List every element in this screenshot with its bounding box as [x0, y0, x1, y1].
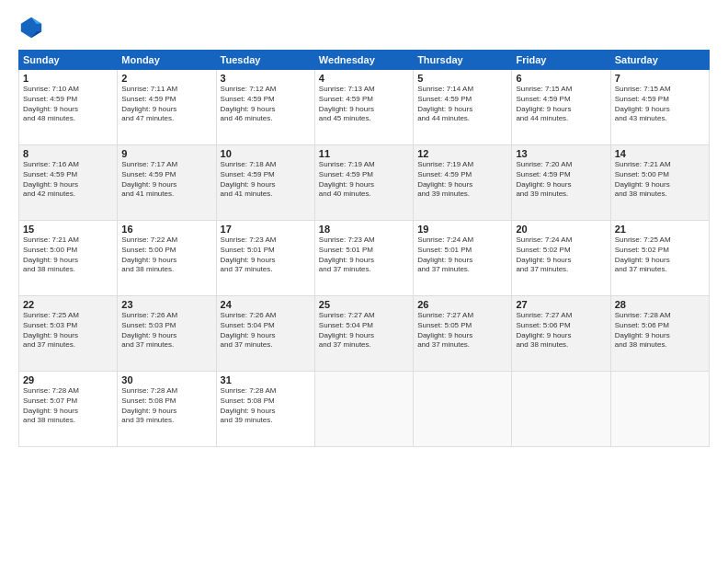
- day-info: Sunrise: 7:11 AM Sunset: 4:59 PM Dayligh…: [121, 85, 211, 124]
- day-number: 21: [615, 224, 705, 235]
- day-info: Sunrise: 7:18 AM Sunset: 4:59 PM Dayligh…: [221, 160, 311, 200]
- week-row-3: 15Sunrise: 7:21 AM Sunset: 5:00 PM Dayli…: [19, 221, 710, 296]
- day-number: 18: [319, 224, 409, 235]
- day-cell-21: 21Sunrise: 7:25 AM Sunset: 5:02 PM Dayli…: [610, 221, 709, 296]
- day-number: 7: [615, 73, 705, 84]
- day-cell-8: 8Sunrise: 7:16 AM Sunset: 4:59 PM Daylig…: [19, 145, 118, 221]
- day-cell-9: 9Sunrise: 7:17 AM Sunset: 4:59 PM Daylig…: [118, 145, 216, 221]
- day-number: 19: [417, 224, 507, 235]
- weekday-monday: Monday: [118, 51, 216, 70]
- weekday-sunday: Sunday: [19, 51, 118, 70]
- day-number: 29: [23, 374, 113, 385]
- day-cell-23: 23Sunrise: 7:26 AM Sunset: 5:03 PM Dayli…: [118, 296, 216, 372]
- day-number: 3: [221, 73, 311, 84]
- weekday-friday: Friday: [512, 51, 610, 70]
- day-info: Sunrise: 7:15 AM Sunset: 4:59 PM Dayligh…: [615, 85, 705, 124]
- day-info: Sunrise: 7:23 AM Sunset: 5:01 PM Dayligh…: [319, 236, 409, 275]
- day-number: 1: [23, 73, 113, 84]
- day-cell-30: 30Sunrise: 7:28 AM Sunset: 5:08 PM Dayli…: [118, 372, 216, 447]
- day-number: 2: [121, 73, 211, 84]
- day-number: 25: [319, 299, 409, 310]
- weekday-wednesday: Wednesday: [314, 51, 413, 70]
- empty-cell: [414, 372, 512, 447]
- day-cell-15: 15Sunrise: 7:21 AM Sunset: 5:00 PM Dayli…: [19, 221, 118, 296]
- day-info: Sunrise: 7:26 AM Sunset: 5:04 PM Dayligh…: [221, 311, 311, 350]
- day-cell-31: 31Sunrise: 7:28 AM Sunset: 5:08 PM Dayli…: [216, 372, 314, 447]
- day-number: 17: [221, 224, 311, 235]
- day-info: Sunrise: 7:28 AM Sunset: 5:06 PM Dayligh…: [615, 311, 705, 350]
- day-cell-4: 4Sunrise: 7:13 AM Sunset: 4:59 PM Daylig…: [314, 70, 413, 145]
- calendar-table: SundayMondayTuesdayWednesdayThursdayFrid…: [18, 50, 710, 447]
- day-cell-7: 7Sunrise: 7:15 AM Sunset: 4:59 PM Daylig…: [610, 70, 709, 145]
- day-number: 30: [121, 374, 211, 385]
- day-number: 13: [516, 148, 606, 159]
- day-info: Sunrise: 7:13 AM Sunset: 4:59 PM Dayligh…: [319, 85, 409, 124]
- day-info: Sunrise: 7:14 AM Sunset: 4:59 PM Dayligh…: [417, 85, 507, 124]
- day-number: 9: [121, 148, 211, 159]
- day-cell-2: 2Sunrise: 7:11 AM Sunset: 4:59 PM Daylig…: [118, 70, 216, 145]
- day-number: 5: [417, 73, 507, 84]
- day-info: Sunrise: 7:12 AM Sunset: 4:59 PM Dayligh…: [221, 85, 311, 124]
- day-cell-28: 28Sunrise: 7:28 AM Sunset: 5:06 PM Dayli…: [610, 296, 709, 372]
- day-info: Sunrise: 7:24 AM Sunset: 5:01 PM Dayligh…: [417, 236, 507, 275]
- day-number: 20: [516, 224, 606, 235]
- day-info: Sunrise: 7:19 AM Sunset: 4:59 PM Dayligh…: [319, 160, 409, 200]
- day-cell-10: 10Sunrise: 7:18 AM Sunset: 4:59 PM Dayli…: [216, 145, 314, 221]
- day-number: 15: [23, 224, 113, 235]
- day-cell-18: 18Sunrise: 7:23 AM Sunset: 5:01 PM Dayli…: [314, 221, 413, 296]
- day-info: Sunrise: 7:27 AM Sunset: 5:05 PM Dayligh…: [417, 311, 507, 350]
- page: SundayMondayTuesdayWednesdayThursdayFrid…: [0, 0, 728, 563]
- day-info: Sunrise: 7:24 AM Sunset: 5:02 PM Dayligh…: [516, 236, 606, 275]
- day-info: Sunrise: 7:20 AM Sunset: 4:59 PM Dayligh…: [516, 160, 606, 200]
- day-cell-17: 17Sunrise: 7:23 AM Sunset: 5:01 PM Dayli…: [216, 221, 314, 296]
- day-info: Sunrise: 7:27 AM Sunset: 5:06 PM Dayligh…: [516, 311, 606, 350]
- day-info: Sunrise: 7:26 AM Sunset: 5:03 PM Dayligh…: [121, 311, 211, 350]
- day-cell-19: 19Sunrise: 7:24 AM Sunset: 5:01 PM Dayli…: [414, 221, 512, 296]
- day-number: 28: [615, 299, 705, 310]
- day-info: Sunrise: 7:17 AM Sunset: 4:59 PM Dayligh…: [121, 160, 211, 200]
- day-info: Sunrise: 7:10 AM Sunset: 4:59 PM Dayligh…: [23, 85, 113, 124]
- weekday-tuesday: Tuesday: [216, 51, 314, 70]
- week-row-2: 8Sunrise: 7:16 AM Sunset: 4:59 PM Daylig…: [19, 145, 710, 221]
- svg-marker-0: [21, 17, 41, 38]
- day-cell-16: 16Sunrise: 7:22 AM Sunset: 5:00 PM Dayli…: [118, 221, 216, 296]
- day-number: 10: [221, 148, 311, 159]
- day-info: Sunrise: 7:21 AM Sunset: 5:00 PM Dayligh…: [615, 160, 705, 200]
- day-number: 24: [221, 299, 311, 310]
- day-cell-6: 6Sunrise: 7:15 AM Sunset: 4:59 PM Daylig…: [512, 70, 610, 145]
- week-row-5: 29Sunrise: 7:28 AM Sunset: 5:07 PM Dayli…: [19, 372, 710, 447]
- weekday-thursday: Thursday: [414, 51, 512, 70]
- day-cell-14: 14Sunrise: 7:21 AM Sunset: 5:00 PM Dayli…: [610, 145, 709, 221]
- day-info: Sunrise: 7:16 AM Sunset: 4:59 PM Dayligh…: [23, 160, 113, 200]
- logo: [18, 15, 48, 40]
- day-number: 23: [121, 299, 211, 310]
- day-info: Sunrise: 7:28 AM Sunset: 5:08 PM Dayligh…: [221, 386, 311, 426]
- day-info: Sunrise: 7:28 AM Sunset: 5:07 PM Dayligh…: [23, 386, 113, 426]
- weekday-header-row: SundayMondayTuesdayWednesdayThursdayFrid…: [19, 51, 710, 70]
- day-info: Sunrise: 7:23 AM Sunset: 5:01 PM Dayligh…: [221, 236, 311, 275]
- day-number: 31: [221, 374, 311, 385]
- day-number: 11: [319, 148, 409, 159]
- weekday-saturday: Saturday: [610, 51, 709, 70]
- day-info: Sunrise: 7:19 AM Sunset: 4:59 PM Dayligh…: [417, 160, 507, 200]
- week-row-4: 22Sunrise: 7:25 AM Sunset: 5:03 PM Dayli…: [19, 296, 710, 372]
- day-cell-29: 29Sunrise: 7:28 AM Sunset: 5:07 PM Dayli…: [19, 372, 118, 447]
- empty-cell: [610, 372, 709, 447]
- day-info: Sunrise: 7:25 AM Sunset: 5:03 PM Dayligh…: [23, 311, 113, 350]
- day-cell-24: 24Sunrise: 7:26 AM Sunset: 5:04 PM Dayli…: [216, 296, 314, 372]
- day-cell-11: 11Sunrise: 7:19 AM Sunset: 4:59 PM Dayli…: [314, 145, 413, 221]
- day-cell-27: 27Sunrise: 7:27 AM Sunset: 5:06 PM Dayli…: [512, 296, 610, 372]
- day-cell-22: 22Sunrise: 7:25 AM Sunset: 5:03 PM Dayli…: [19, 296, 118, 372]
- day-cell-5: 5Sunrise: 7:14 AM Sunset: 4:59 PM Daylig…: [414, 70, 512, 145]
- logo-icon: [18, 15, 44, 40]
- day-cell-25: 25Sunrise: 7:27 AM Sunset: 5:04 PM Dayli…: [314, 296, 413, 372]
- day-number: 16: [121, 224, 211, 235]
- day-number: 4: [319, 73, 409, 84]
- day-cell-3: 3Sunrise: 7:12 AM Sunset: 4:59 PM Daylig…: [216, 70, 314, 145]
- day-info: Sunrise: 7:27 AM Sunset: 5:04 PM Dayligh…: [319, 311, 409, 350]
- day-info: Sunrise: 7:15 AM Sunset: 4:59 PM Dayligh…: [516, 85, 606, 124]
- day-number: 6: [516, 73, 606, 84]
- day-info: Sunrise: 7:22 AM Sunset: 5:00 PM Dayligh…: [121, 236, 211, 275]
- day-cell-26: 26Sunrise: 7:27 AM Sunset: 5:05 PM Dayli…: [414, 296, 512, 372]
- day-info: Sunrise: 7:25 AM Sunset: 5:02 PM Dayligh…: [615, 236, 705, 275]
